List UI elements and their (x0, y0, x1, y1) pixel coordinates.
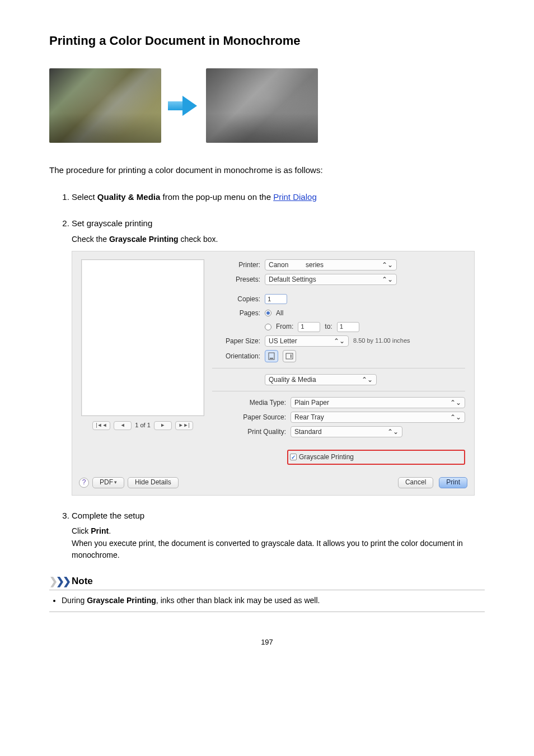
hide-details-button[interactable]: Hide Details (128, 477, 179, 488)
text-fragment: , inks other than black ink may be used … (156, 596, 320, 605)
orientation-portrait-button[interactable] (265, 350, 278, 362)
text-fragment: Check the (72, 235, 109, 244)
text-fragment: During (62, 596, 87, 605)
print-button[interactable]: Print (439, 477, 467, 488)
grayscale-printing-label: Grayscale Printing (109, 235, 179, 244)
paper-source-select[interactable]: Rear Tray⌃⌄ (291, 412, 465, 423)
print-quality-value: Standard (294, 427, 322, 437)
pages-all-label: All (276, 308, 283, 319)
copies-label: Copies: (212, 294, 260, 305)
pages-to-input[interactable]: 1 (337, 322, 359, 332)
pdf-menu-button[interactable]: PDF (92, 477, 124, 488)
presets-value: Default Settings (269, 274, 316, 285)
illustration-grayscale-photo (206, 68, 318, 143)
print-quality-label: Print Quality: (238, 427, 286, 437)
media-type-label: Media Type: (238, 398, 286, 408)
pages-label: Pages: (212, 308, 260, 319)
media-type-select[interactable]: Plain Paper⌃⌄ (291, 397, 465, 408)
step-2: Set grayscale printing Check the Graysca… (72, 217, 485, 495)
illustration-row (49, 68, 485, 143)
text-fragment: Select (72, 192, 97, 202)
dropdown-icon: ⌃⌄ (334, 336, 345, 347)
text-fragment: Click (72, 526, 91, 535)
paper-size-value: US Letter (269, 336, 297, 347)
step-3-paragraph: When you execute print, the document is … (72, 538, 485, 562)
orientation-landscape-button[interactable] (283, 350, 296, 362)
note-heading: Note (72, 576, 93, 587)
paper-source-label: Paper Source: (238, 412, 286, 423)
svg-rect-1 (270, 358, 273, 359)
dropdown-icon: ⌃⌄ (450, 412, 461, 423)
print-dialog-screenshot: |◄◄ ◄ 1 of 1 ► ►►| Printer: Canon series… (72, 251, 475, 495)
printer-label: Printer: (212, 260, 260, 270)
nav-next-button[interactable]: ► (154, 421, 172, 430)
nav-prev-button[interactable]: ◄ (114, 421, 132, 430)
landscape-icon (285, 353, 293, 360)
dropdown-icon: ⌃⌄ (382, 260, 393, 270)
step-3: Complete the setup Click Print. When you… (72, 509, 485, 562)
panel-select[interactable]: Quality & Media⌃⌄ (265, 374, 377, 385)
panel-value: Quality & Media (269, 375, 316, 385)
text-fragment: . (109, 526, 111, 535)
note-item: During Grayscale Printing, inks other th… (62, 595, 484, 607)
nav-first-button[interactable]: |◄◄ (92, 421, 110, 430)
grayscale-printing-label: Grayscale Printing (87, 596, 156, 605)
pages-from-input[interactable]: 1 (298, 322, 320, 332)
paper-size-info: 8.50 by 11.00 inches (353, 336, 410, 346)
orientation-label: Orientation: (212, 351, 260, 362)
presets-select[interactable]: Default Settings⌃⌄ (265, 274, 397, 285)
paper-source-value: Rear Tray (294, 412, 324, 423)
copies-input[interactable]: 1 (265, 294, 287, 304)
step-2-title: Set grayscale printing (72, 218, 152, 228)
text-fragment: check box. (179, 235, 218, 244)
nav-page-counter: 1 of 1 (135, 421, 151, 430)
step-3-title: Complete the setup (72, 511, 144, 520)
page-title: Printing a Color Document in Monochrome (49, 34, 485, 48)
media-type-value: Plain Paper (294, 398, 329, 408)
step-1-text: Select Quality & Media from the pop-up m… (72, 192, 317, 202)
step-1: Select Quality & Media from the pop-up m… (72, 190, 485, 203)
dropdown-icon: ⌃⌄ (450, 398, 461, 408)
grayscale-printing-checkbox[interactable]: ✓ (290, 454, 297, 460)
intro-text: The procedure for printing a color docum… (49, 165, 485, 175)
grayscale-printing-checkbox-label: Grayscale Printing (299, 452, 354, 463)
cancel-button[interactable]: Cancel (398, 477, 433, 488)
arrow-icon (168, 90, 199, 122)
print-dialog-link[interactable]: Print Dialog (273, 192, 317, 202)
svg-rect-2 (286, 353, 293, 359)
presets-label: Presets: (212, 274, 260, 285)
pages-to-label: to: (325, 321, 332, 332)
paper-size-select[interactable]: US Letter⌃⌄ (265, 335, 349, 347)
dropdown-icon: ⌃⌄ (382, 274, 393, 285)
nav-last-button[interactable]: ►►| (175, 421, 193, 430)
grayscale-printing-highlight: ✓ Grayscale Printing (287, 450, 465, 465)
note-chevrons-icon: ❯❯❯ (49, 575, 69, 587)
dropdown-icon: ⌃⌄ (387, 427, 399, 437)
page-number: 197 (49, 638, 485, 646)
dropdown-icon: ⌃⌄ (362, 375, 373, 385)
help-button[interactable]: ? (79, 478, 89, 488)
print-label: Print (91, 526, 109, 535)
quality-media-label: Quality & Media (97, 192, 161, 202)
text-fragment: from the pop-up menu on the (160, 192, 273, 202)
pages-from-label: From: (276, 321, 293, 332)
paper-size-label: Paper Size: (212, 336, 260, 347)
printer-value: Canon series (269, 260, 324, 270)
print-quality-select[interactable]: Standard⌃⌄ (291, 426, 402, 437)
portrait-icon (268, 352, 275, 360)
step-2-body: Check the Grayscale Printing check box. (72, 235, 218, 244)
pages-range-radio[interactable] (265, 324, 271, 330)
svg-rect-3 (291, 354, 292, 358)
printer-select[interactable]: Canon series⌃⌄ (265, 259, 397, 270)
preview-pane (81, 259, 204, 416)
illustration-color-photo (49, 68, 161, 143)
pages-all-radio[interactable] (265, 310, 271, 316)
note-block: ❯❯❯ Note During Grayscale Printing, inks… (49, 575, 485, 612)
